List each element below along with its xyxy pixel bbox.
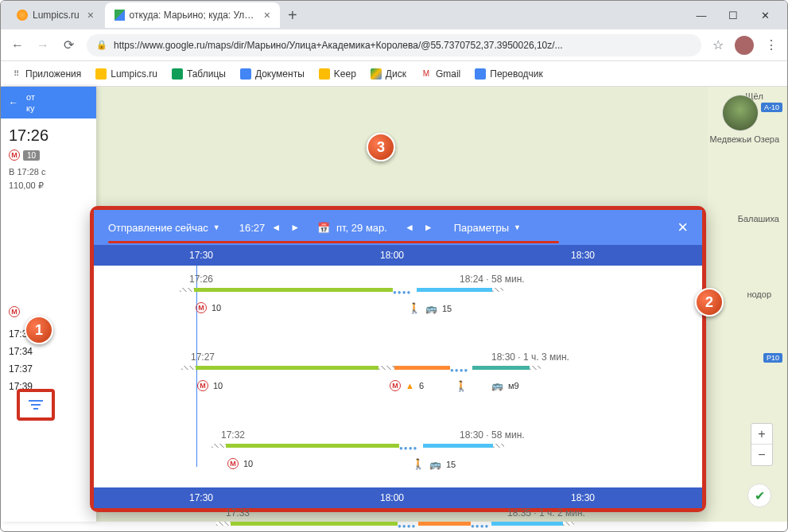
time-axis-top: 17:30 18:00 18:30 xyxy=(94,245,702,266)
wait-segment xyxy=(180,288,194,292)
metro-icon: M xyxy=(197,380,208,391)
duration: 58 мин. xyxy=(491,274,525,285)
road-badge: A-10 xyxy=(761,103,782,112)
menu-icon[interactable]: ⋮ xyxy=(765,37,778,52)
time-value[interactable]: 16:27 xyxy=(239,222,266,234)
route-row[interactable]: 17:26 18:24 · 58 мин. ●●●● M10 🚶🚌15 xyxy=(110,274,686,344)
date-picker[interactable]: 📅пт, 29 мар. xyxy=(317,222,387,234)
line-label: 15 xyxy=(442,304,452,313)
back-arrow-icon[interactable]: ← xyxy=(9,97,18,108)
close-icon[interactable]: × xyxy=(87,9,94,21)
star-icon[interactable]: ☆ xyxy=(712,37,724,52)
zoom-out-button[interactable]: − xyxy=(751,445,772,465)
line-label: м9 xyxy=(508,381,519,390)
reload-icon[interactable]: ⟳ xyxy=(61,37,76,52)
schedule-overlay: Отправление сейчас▼ 16:27 ◄► 📅пт, 29 мар… xyxy=(90,206,706,512)
bus-segment xyxy=(472,366,530,370)
tab-maps[interactable]: откуда: Марьино; куда: Улица А × xyxy=(105,2,280,28)
shield-icon[interactable]: ✔ xyxy=(747,483,771,507)
arr-time: 18:30 xyxy=(491,351,515,363)
walk-icon: 🚶 xyxy=(455,380,468,392)
bookmark-sheets[interactable]: Таблицы xyxy=(172,68,226,80)
date-next-button[interactable]: ► xyxy=(424,222,433,233)
axis-tick: 18:30 xyxy=(571,250,595,261)
zoom-in-button[interactable]: + xyxy=(751,424,772,445)
bookmark-keep[interactable]: Keep xyxy=(319,68,356,80)
road-badge: P10 xyxy=(763,353,782,363)
wait-segment xyxy=(493,444,504,448)
walk-icon: 🚶 xyxy=(412,458,425,470)
note-2: 110,00 ₽ xyxy=(9,179,88,192)
back-icon[interactable]: ← xyxy=(10,38,25,52)
map-label: Балашиха xyxy=(738,214,779,223)
wait-segment xyxy=(181,366,196,370)
bus-icon: 🚌 xyxy=(429,459,441,470)
route-row[interactable]: 17:27 18:30 · 1 ч. 3 мин. ●●●● M10 M▲6 🚶… xyxy=(110,351,686,421)
tab-lumpics[interactable]: Lumpics.ru × xyxy=(7,2,103,28)
metro-segment xyxy=(418,522,471,526)
close-overlay-button[interactable]: × xyxy=(677,217,688,238)
current-route[interactable]: 17:26 M10 В 17:28 с 110,00 ₽ xyxy=(1,118,96,200)
date-prev-button[interactable]: ◄ xyxy=(405,222,414,233)
map-label: нодор xyxy=(747,289,771,299)
walk-segment: ●●●● xyxy=(398,522,418,530)
close-window-button[interactable]: ✕ xyxy=(749,3,781,27)
new-tab-button[interactable]: + xyxy=(281,4,304,26)
url-field[interactable]: 🔒 https://www.google.ru/maps/dir/Марьино… xyxy=(87,34,701,56)
forward-icon[interactable]: → xyxy=(36,38,50,52)
from-label: от xyxy=(26,92,35,102)
params-dropdown[interactable]: Параметры▼ xyxy=(454,222,521,234)
bookmark-docs[interactable]: Документы xyxy=(240,68,305,80)
chevron-down-icon: ▼ xyxy=(213,223,220,231)
bookmark-translate[interactable]: Переводчик xyxy=(475,68,543,80)
user-avatar[interactable] xyxy=(722,95,759,131)
metro-segment xyxy=(196,366,378,370)
wait-segment xyxy=(492,288,503,292)
overlay-header: Отправление сейчас▼ 16:27 ◄► 📅пт, 29 мар… xyxy=(94,210,702,245)
metro-icon: M xyxy=(390,380,401,391)
profile-avatar[interactable] xyxy=(735,36,754,55)
metro-icon: M xyxy=(9,150,20,161)
bookmark-label: Приложения xyxy=(25,68,81,80)
bookmark-label: Диск xyxy=(386,68,406,80)
bus-segment xyxy=(423,444,493,448)
depart-mode-dropdown[interactable]: Отправление сейчас▼ xyxy=(108,222,220,234)
wait-segment xyxy=(216,522,231,526)
bookmark-drive[interactable]: Диск xyxy=(371,68,406,80)
wait-segment xyxy=(212,444,226,448)
bookmark-gmail[interactable]: MGmail xyxy=(421,68,460,80)
bookmark-lumpics[interactable]: Lumpics.ru xyxy=(95,68,157,80)
wait-segment xyxy=(563,522,574,526)
time-option[interactable]: 17:34 xyxy=(9,343,88,360)
schedule-explorer-button[interactable] xyxy=(17,389,55,421)
maximize-button[interactable]: ☐ xyxy=(717,3,749,27)
apps-button[interactable]: ⠿Приложения xyxy=(10,68,81,80)
lock-icon: 🔒 xyxy=(96,40,107,50)
metro-icon: M xyxy=(9,306,20,317)
line-label: 10 xyxy=(243,459,253,468)
annotation-badge-3: 3 xyxy=(367,133,395,161)
route-row[interactable]: 17:33 18:35 · 1 ч. 2 мин. ●●●● ●●●● M10 … xyxy=(110,507,686,532)
time-next-button[interactable]: ► xyxy=(290,222,300,233)
routes-body: 17:26 18:24 · 58 мин. ●●●● M10 🚶🚌15 17:2… xyxy=(94,266,702,487)
bus-icon: 🚌 xyxy=(425,303,437,314)
directions-panel: ← отку 17:26 M10 В 17:28 с 110,00 ₽ M 17… xyxy=(1,87,96,522)
tab-label: откуда: Марьино; куда: Улица А xyxy=(130,10,256,21)
time-option[interactable]: 17:37 xyxy=(9,360,88,378)
minimize-button[interactable]: — xyxy=(685,3,717,27)
bus-icon: 🚌 xyxy=(491,380,503,391)
walk-icon: 🚶 xyxy=(408,302,421,314)
dep-time: 17:26 xyxy=(189,274,213,285)
line-label: 10 xyxy=(213,381,223,390)
time-prev-button[interactable]: ◄ xyxy=(271,222,281,233)
walk-segment: ●●●● xyxy=(399,445,423,452)
close-icon[interactable]: × xyxy=(264,9,270,21)
walk-segment: ●●●● xyxy=(393,289,417,296)
zoom-control: + − xyxy=(751,423,773,466)
tab-label: Lumpics.ru xyxy=(33,10,80,21)
line-label: 6 xyxy=(419,381,424,390)
bookmark-label: Переводчик xyxy=(490,68,543,80)
note-1: В 17:28 с xyxy=(9,165,88,179)
panel-header: ← отку xyxy=(1,87,96,118)
map-label: Медвежьи Озера xyxy=(710,134,779,144)
